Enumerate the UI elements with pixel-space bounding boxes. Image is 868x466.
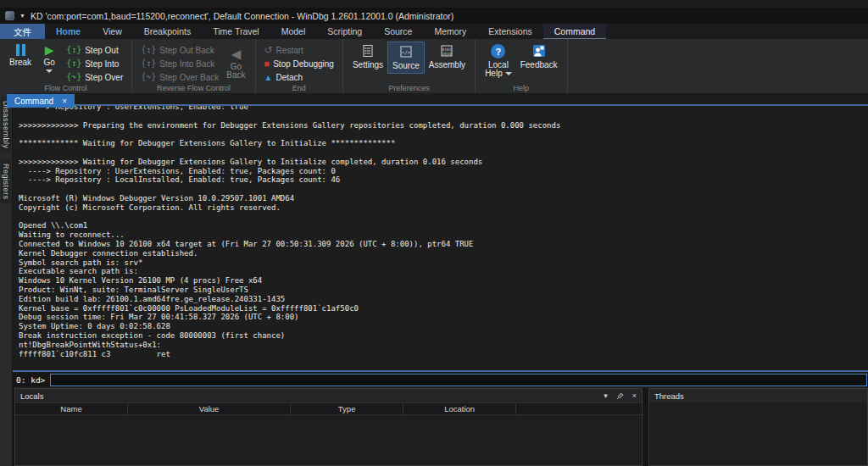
- restart-icon: ↺: [264, 45, 273, 55]
- assembly-icon: 0101 1010: [440, 44, 453, 58]
- command-doc-tab[interactable]: Command ×: [7, 94, 75, 108]
- tab-view[interactable]: View: [92, 24, 133, 39]
- go-back-icon: ◀: [231, 47, 242, 60]
- step-into-back-icon: {↧}: [141, 59, 156, 68]
- bottom-dock: Locals ▾ × Name Value Type Location Thre…: [13, 388, 868, 466]
- ribbon: Break ▶ Go {↥} Step Out {↧} Step Into {↷…: [0, 39, 868, 93]
- ribbon-tab-bar: 文件 Home View Breakpoints Time Travel Mod…: [0, 24, 868, 39]
- threads-panel-header: Threads: [649, 389, 867, 402]
- restart-button[interactable]: ↺ Restart: [261, 43, 337, 57]
- column-value[interactable]: Value: [128, 403, 291, 414]
- group-label-reverse-flow-control: Reverse Flow Control: [132, 84, 254, 92]
- windbg-window: ▼ KD 'com:port=com1,baud=115200,reconnec…: [0, 0, 868, 466]
- group-end: ↺ Restart ■ Stop Debugging ▲ Detach End: [256, 39, 343, 93]
- settings-label: Settings: [353, 60, 383, 69]
- group-reverse-flow-control: {↥} Step Out Back {↧} Step Into Back {↷}…: [132, 39, 255, 93]
- console-output-text: ----> Repository : UserExtensions, Enabl…: [19, 104, 868, 358]
- feedback-button[interactable]: Feedback: [516, 42, 562, 72]
- locals-panel-body[interactable]: [15, 416, 642, 465]
- locals-dropdown-icon[interactable]: ▾: [604, 391, 608, 400]
- go-label: Go: [43, 58, 54, 67]
- step-out-icon: {↥}: [66, 46, 81, 54]
- stop-debugging-label: Stop Debugging: [273, 59, 334, 69]
- svg-text:</>: </>: [402, 49, 411, 55]
- stop-icon: ■: [264, 59, 270, 69]
- step-over-back-icon: {↷}: [141, 73, 156, 81]
- locals-close-icon[interactable]: ×: [632, 391, 637, 400]
- threads-panel-body[interactable]: [649, 402, 867, 465]
- stop-debugging-button[interactable]: ■ Stop Debugging: [261, 57, 337, 70]
- step-over-icon: {↷}: [66, 73, 81, 81]
- pin-icon[interactable]: [616, 392, 624, 400]
- step-into-icon: {↧}: [66, 59, 81, 68]
- break-label: Break: [9, 58, 31, 67]
- tab-home[interactable]: Home: [45, 24, 92, 39]
- source-icon: </>: [399, 45, 413, 59]
- step-over-back-label: Step Over Back: [159, 73, 219, 82]
- column-name[interactable]: Name: [15, 403, 128, 414]
- settings-icon: [361, 44, 375, 58]
- step-out-back-icon: {↥}: [141, 46, 156, 54]
- locals-panel-title: Locals: [20, 391, 43, 401]
- settings-button[interactable]: Settings: [348, 42, 387, 72]
- close-icon[interactable]: ×: [62, 97, 67, 106]
- group-label-flow-control: Flow Control: [0, 84, 131, 92]
- sidebar-item-registers[interactable]: Registers: [1, 159, 11, 204]
- restart-label: Restart: [276, 46, 303, 55]
- column-type[interactable]: Type: [291, 403, 403, 414]
- command-prompt-row: 0: kd>: [13, 373, 868, 386]
- svg-text:1010: 1010: [442, 52, 452, 56]
- tab-command[interactable]: Command: [543, 24, 606, 39]
- locals-panel-header: Locals ▾ ×: [15, 389, 642, 402]
- step-into-button[interactable]: {↧} Step Into: [63, 57, 126, 70]
- tab-time-travel[interactable]: Time Travel: [202, 24, 270, 39]
- group-help: ? Local Help Feedback Help: [476, 39, 568, 93]
- assembly-label: Assembly: [429, 60, 465, 69]
- tab-scripting[interactable]: Scripting: [316, 24, 373, 39]
- source-button[interactable]: </> Source: [387, 42, 425, 74]
- step-over-button[interactable]: {↷} Step Over: [63, 70, 126, 84]
- assembly-button[interactable]: 0101 1010 Assembly: [425, 42, 470, 72]
- locals-column-header: Name Value Type Location: [15, 402, 642, 415]
- caret-down-icon[interactable]: ▼: [19, 13, 25, 19]
- detach-button[interactable]: ▲ Detach: [261, 70, 337, 84]
- step-into-back-label: Step Into Back: [159, 59, 214, 69]
- tab-breakpoints[interactable]: Breakpoints: [133, 24, 202, 39]
- titlebar: ▼ KD 'com:port=com1,baud=115200,reconnec…: [0, 8, 868, 24]
- window-title: KD 'com:port=com1,baud=115200,reconnect'…: [31, 11, 453, 21]
- go-back-button[interactable]: ◀ Go Back: [222, 45, 249, 82]
- group-preferences: Settings </> Source 0101 1010 Assembly P…: [343, 39, 476, 93]
- feedback-icon: [531, 44, 547, 58]
- go-back-label-2: Back: [226, 70, 245, 80]
- threads-panel-title: Threads: [654, 391, 684, 401]
- detach-label: Detach: [275, 73, 303, 82]
- tab-file[interactable]: 文件: [0, 24, 45, 39]
- step-over-back-button[interactable]: {↷} Step Over Back: [137, 70, 222, 84]
- group-label-help: Help: [476, 84, 567, 92]
- local-help-label-2: Help: [485, 69, 503, 78]
- step-into-back-button[interactable]: {↧} Step Into Back: [137, 57, 222, 70]
- step-out-button[interactable]: {↥} Step Out: [63, 43, 126, 57]
- local-help-button[interactable]: ? Local Help: [481, 42, 516, 80]
- group-label-preferences: Preferences: [343, 84, 475, 92]
- tab-model[interactable]: Model: [270, 24, 317, 39]
- tab-source[interactable]: Source: [373, 24, 423, 39]
- detach-icon: ▲: [264, 74, 273, 81]
- break-button[interactable]: Break: [5, 42, 36, 69]
- local-help-chevron-icon: [505, 72, 512, 75]
- step-out-back-button[interactable]: {↥} Step Out Back: [137, 43, 222, 57]
- step-over-label: Step Over: [85, 73, 123, 82]
- go-button[interactable]: ▶ Go: [36, 42, 63, 75]
- group-label-end: End: [256, 84, 342, 92]
- tab-extensions[interactable]: Extensions: [477, 24, 542, 39]
- chevron-down-icon[interactable]: [46, 69, 53, 73]
- command-output-window[interactable]: ----> Repository : UserExtensions, Enabl…: [13, 104, 868, 372]
- command-input[interactable]: [50, 374, 867, 386]
- command-doc-tab-label: Command: [14, 97, 53, 106]
- step-out-back-label: Step Out Back: [159, 46, 214, 55]
- tab-memory[interactable]: Memory: [423, 24, 477, 39]
- play-icon: ▶: [45, 44, 54, 56]
- locals-panel: Locals ▾ × Name Value Type Location: [14, 388, 643, 466]
- column-location[interactable]: Location: [403, 403, 516, 414]
- feedback-label: Feedback: [520, 60, 558, 69]
